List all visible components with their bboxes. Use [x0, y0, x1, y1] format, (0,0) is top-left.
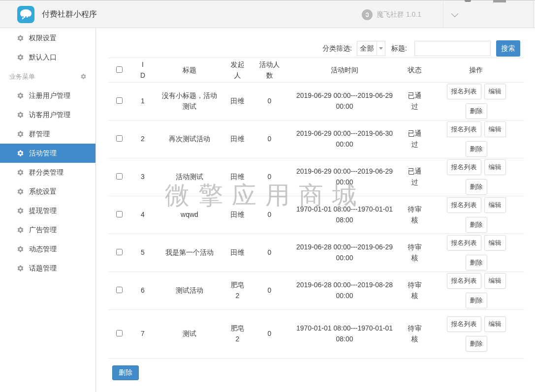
cell-id: 6	[141, 285, 145, 296]
sidebar-item-label: 提现管理	[29, 207, 57, 215]
caret-down-icon	[377, 41, 385, 56]
sidebar-item-label: 广告管理	[29, 226, 57, 235]
edit-button[interactable]: 编辑	[484, 197, 506, 213]
row-checkbox[interactable]	[116, 211, 123, 217]
sidebar-item[interactable]: 提现管理	[0, 201, 95, 220]
row-checkbox[interactable]	[116, 249, 123, 255]
gear-icon	[17, 150, 24, 157]
sidebar-item[interactable]: 默认入口	[0, 48, 95, 67]
gear-icon	[17, 265, 24, 272]
table-row: 5 我是第一个活动 田维 0 2019-06-28 00:00---2019-0…	[108, 234, 524, 272]
row-actions: 报名列表 编辑 删除	[442, 273, 511, 308]
signup-list-button[interactable]: 报名列表	[447, 316, 481, 332]
bulk-delete-button[interactable]: 删除	[112, 365, 139, 380]
title-filter-label: 标题:	[391, 44, 407, 53]
table-row: 3 活动测试 田维 0 2019-06-29 00:00---2019-06-2…	[108, 158, 524, 196]
gear-icon	[17, 207, 24, 214]
cell-title: 测试活动	[160, 285, 219, 296]
activity-table-body: 1 没有小标题，活动测试 田维 0 2019-06-29 00:00---201…	[108, 83, 524, 359]
signup-list-button[interactable]: 报名列表	[447, 197, 481, 213]
sidebar-item-label: 注册用户管理	[29, 91, 70, 100]
row-actions: 报名列表 编辑 删除	[442, 235, 511, 271]
gear-icon	[17, 188, 24, 195]
delete-button[interactable]: 删除	[466, 293, 487, 308]
row-actions: 报名列表 编辑 删除	[442, 197, 511, 233]
top-header: 付费社群小程序 魔飞社群 1.0.1	[0, 0, 535, 28]
sidebar-item[interactable]: 权限设置	[0, 29, 95, 48]
filter-bar: 分类筛选: 全部 标题: 搜索	[96, 29, 535, 57]
activity-table-wrap: ID 标题 发起人 活动人数 活动时间 状态 操作 1 没有小标题，活动测试 田…	[108, 58, 535, 359]
sidebar-item[interactable]: 注册用户管理	[0, 86, 95, 105]
cell-status: 已通过	[406, 166, 424, 187]
cell-initiator: 田维	[229, 172, 246, 182]
edit-button[interactable]: 编辑	[484, 273, 506, 289]
delete-button[interactable]: 删除	[466, 179, 487, 195]
signup-list-button[interactable]: 报名列表	[447, 84, 481, 99]
table-header-row: ID 标题 发起人 活动人数 活动时间 状态 操作	[108, 58, 524, 83]
row-checkbox[interactable]	[116, 330, 123, 336]
sidebar-item[interactable]: 话题管理	[0, 259, 95, 278]
cell-count: 0	[268, 172, 272, 182]
search-button[interactable]: 搜索	[496, 40, 520, 57]
sidebar-item[interactable]: 群分类管理	[0, 163, 95, 182]
sidebar-menu: 权限设置 默认入口 业务菜单 注册用户管理 访客用户管理 群管理	[0, 29, 96, 392]
gear-icon	[17, 169, 24, 176]
signup-list-button[interactable]: 报名列表	[447, 121, 481, 137]
cell-title: wqwd	[160, 210, 219, 220]
category-select[interactable]: 全部	[357, 41, 385, 56]
edit-button[interactable]: 编辑	[484, 235, 506, 251]
delete-button[interactable]: 删除	[466, 255, 487, 271]
row-checkbox[interactable]	[116, 97, 123, 104]
sidebar-item[interactable]: 访客用户管理	[0, 105, 95, 124]
row-actions: 报名列表 编辑 删除	[442, 316, 511, 352]
gear-icon[interactable]	[80, 73, 87, 80]
edit-button[interactable]: 编辑	[484, 159, 506, 175]
edit-button[interactable]: 编辑	[484, 84, 506, 99]
sidebar-item-label: 动态管理	[29, 245, 57, 254]
column-header-title: 标题	[183, 65, 196, 76]
cell-initiator: 田维	[229, 134, 246, 145]
header-divider	[443, 1, 443, 28]
signup-list-button[interactable]: 报名列表	[447, 273, 481, 289]
delete-button[interactable]: 删除	[466, 141, 487, 157]
column-header-actions: 操作	[470, 65, 483, 76]
cell-initiator: 肥皂2	[229, 323, 246, 344]
column-header-status: 状态	[406, 65, 424, 76]
signup-list-button[interactable]: 报名列表	[447, 159, 481, 175]
delete-button[interactable]: 删除	[466, 336, 487, 352]
sidebar-item[interactable]: 群管理	[0, 124, 95, 144]
miniprogram-logo-icon	[362, 9, 373, 20]
category-filter-label: 分类筛选:	[322, 44, 352, 53]
sidebar-item[interactable]: 活动管理	[0, 144, 95, 163]
row-actions: 报名列表 编辑 删除	[442, 84, 511, 119]
cell-count: 0	[268, 329, 272, 339]
sidebar-item[interactable]: 广告管理	[0, 220, 95, 240]
sidebar-section-label: 业务菜单	[9, 72, 35, 81]
row-checkbox[interactable]	[116, 135, 123, 142]
cell-title: 测试	[160, 329, 219, 339]
cell-title: 没有小标题，活动测试	[160, 90, 219, 112]
delete-button[interactable]: 删除	[466, 217, 487, 233]
cell-title: 活动测试	[160, 172, 219, 182]
cell-status: 待审核	[406, 242, 424, 263]
cell-initiator: 肥皂2	[229, 280, 246, 301]
row-checkbox[interactable]	[116, 173, 123, 180]
row-actions: 报名列表 编辑 删除	[442, 121, 511, 157]
sidebar-item[interactable]: 系统设置	[0, 182, 95, 201]
chevron-down-icon[interactable]	[451, 11, 458, 18]
cell-title: 再次测试活动	[160, 134, 219, 145]
edit-button[interactable]: 编辑	[484, 121, 506, 137]
delete-button[interactable]: 删除	[466, 103, 487, 119]
sidebar-item[interactable]: 动态管理	[0, 240, 95, 259]
signup-list-button[interactable]: 报名列表	[447, 235, 481, 251]
cell-count: 0	[268, 285, 272, 296]
sidebar-item-label: 群分类管理	[29, 168, 63, 177]
cell-status: 待审核	[406, 204, 424, 225]
row-checkbox[interactable]	[116, 287, 123, 293]
column-header-count: 活动人数	[258, 60, 282, 81]
product-name: 魔飞社群 1.0.1	[377, 0, 421, 28]
select-all-checkbox[interactable]	[116, 66, 123, 73]
title-search-input[interactable]	[414, 41, 491, 56]
cell-time: 1970-01-01 08:00---1970-01-01 08:00	[294, 204, 395, 225]
edit-button[interactable]: 编辑	[484, 316, 506, 332]
